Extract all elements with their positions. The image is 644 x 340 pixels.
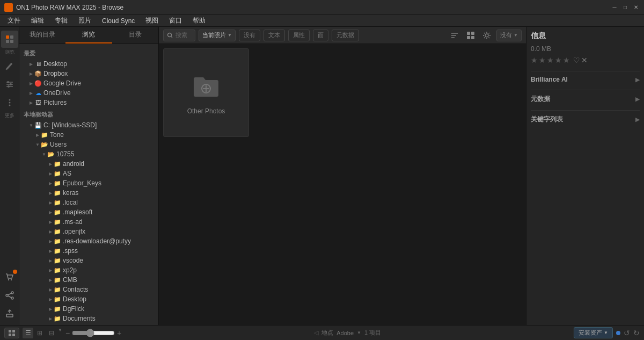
tree-item-msad[interactable]: .ms-ad bbox=[19, 217, 158, 227]
star-2[interactable]: ★ bbox=[539, 56, 546, 64]
drive-icon: 💾 bbox=[34, 121, 42, 129]
menu-item-窗口[interactable]: 窗口 bbox=[165, 15, 186, 26]
tool-edit-button[interactable] bbox=[1, 57, 18, 75]
tree-item-xp2p[interactable]: xp2p bbox=[19, 265, 158, 275]
redo-button[interactable]: ↻ bbox=[633, 329, 640, 337]
menu-item-文件[interactable]: 文件 bbox=[3, 15, 25, 26]
install-assets-label: 安装资产 bbox=[579, 329, 602, 337]
tree-item-pictures[interactable]: 🖼 Pictures bbox=[19, 98, 158, 107]
install-assets-button[interactable]: 安装资产 ▼ bbox=[574, 327, 613, 338]
menu-item-专辑[interactable]: 专辑 bbox=[50, 15, 72, 26]
tree-arrow-spss bbox=[47, 248, 54, 254]
tool-adjust-button[interactable] bbox=[1, 76, 18, 93]
folder-vscode-icon bbox=[54, 257, 61, 264]
tab-catalog[interactable]: 目录 bbox=[112, 27, 158, 44]
menu-item-视图[interactable]: 视图 bbox=[141, 15, 163, 26]
svg-point-7 bbox=[10, 83, 12, 85]
menu-item-照片[interactable]: 照片 bbox=[74, 15, 96, 26]
tree-item-desktop[interactable]: 🖥 Desktop bbox=[19, 59, 158, 69]
minimize-button[interactable]: ─ bbox=[611, 4, 618, 11]
filter-tag-text[interactable]: 文本 bbox=[264, 30, 285, 41]
list-view-icon[interactable]: ☰ bbox=[23, 328, 33, 338]
tree-item-vscode[interactable]: vscode bbox=[19, 256, 158, 265]
grid-view-icon[interactable]: ⊟ bbox=[46, 328, 57, 338]
star-3[interactable]: ★ bbox=[547, 56, 554, 64]
svg-rect-20 bbox=[6, 314, 13, 317]
tree-item-onedrive[interactable]: ☁ OneDrive bbox=[19, 88, 158, 98]
svg-point-14 bbox=[10, 279, 11, 280]
filter-tag-none[interactable]: 没有 bbox=[239, 30, 260, 41]
keywords-header[interactable]: 关键字列表 ▶ bbox=[531, 115, 640, 124]
item-count: 1 项目 bbox=[364, 329, 381, 337]
info-section-brilliance: Brilliance AI ▶ bbox=[531, 71, 640, 85]
close-button[interactable]: ✕ bbox=[632, 4, 640, 11]
search-icon bbox=[167, 32, 173, 39]
search-box[interactable]: 搜索 bbox=[163, 30, 195, 41]
main-layout: 浏览 更多 bbox=[0, 27, 644, 325]
tree-item-spss[interactable]: .spss bbox=[19, 246, 158, 256]
tool-share-button[interactable] bbox=[1, 287, 18, 304]
filter-tag-attr[interactable]: 属性 bbox=[288, 30, 310, 41]
tree-item-cmb[interactable]: CMB bbox=[19, 275, 158, 285]
folder-dgflick-icon bbox=[54, 305, 61, 313]
tool-more-button[interactable] bbox=[1, 94, 18, 111]
tree-item-documents[interactable]: Documents bbox=[19, 314, 158, 323]
filter-tag-meta[interactable]: 元数据 bbox=[332, 30, 359, 41]
tab-browse[interactable]: 浏览 bbox=[65, 27, 112, 44]
zoom-slider[interactable] bbox=[72, 329, 115, 337]
svg-point-10 bbox=[9, 99, 10, 101]
filter-tag-face[interactable]: 面 bbox=[313, 30, 328, 41]
tool-export-button[interactable] bbox=[1, 305, 18, 322]
tree-item-maplesoft[interactable]: .maplesoft bbox=[19, 207, 158, 217]
tree-item-c[interactable]: 💾 C: [Windows-SSD] bbox=[19, 120, 158, 130]
filter-dropdown[interactable]: 当前照片 ▼ bbox=[199, 30, 236, 41]
grid-view-icon-button[interactable] bbox=[464, 29, 477, 42]
tool-cart-button[interactable] bbox=[1, 269, 18, 286]
star-1[interactable]: ★ bbox=[531, 56, 538, 64]
tree-item-as[interactable]: AS bbox=[19, 169, 158, 178]
undo-button[interactable]: ↺ bbox=[624, 329, 630, 337]
tree-item-dgflick[interactable]: DgFlick bbox=[19, 304, 158, 314]
zoom-plus-button[interactable]: + bbox=[117, 329, 121, 337]
tree-item-googledrive[interactable]: 🔴 Google Drive bbox=[19, 78, 158, 88]
tree-item-users[interactable]: Users bbox=[19, 140, 158, 149]
tree-item-10755[interactable]: 10755 bbox=[19, 149, 158, 159]
flag-icon[interactable]: ✕ bbox=[581, 56, 588, 64]
tree-item-android[interactable]: android bbox=[19, 159, 158, 169]
tree-item-openjfx[interactable]: .openjfx bbox=[19, 227, 158, 236]
brilliance-chevron-icon: ▶ bbox=[635, 77, 640, 83]
menu-item-帮助[interactable]: 帮助 bbox=[188, 15, 210, 26]
tree-arrow-dgflick bbox=[47, 306, 54, 312]
menu-item-编辑[interactable]: 编辑 bbox=[27, 15, 48, 26]
view-sort-dropdown[interactable]: 没有 ▼ bbox=[496, 30, 522, 41]
tree-item-desktop2[interactable]: Desktop bbox=[19, 294, 158, 304]
view-icons: ☰ ⊞ ⊟ ▼ bbox=[23, 328, 62, 338]
sun-icon-button[interactable] bbox=[480, 29, 493, 42]
tree-item-resdownloader[interactable]: .res-downloader@putyy bbox=[19, 236, 158, 246]
menu-item-Cloud Sync[interactable]: Cloud Sync bbox=[98, 16, 139, 26]
tree-item-epuborkeys[interactable]: Epubor_Keys bbox=[19, 178, 158, 188]
search-label: 搜索 bbox=[175, 31, 187, 39]
other-photos-label: Other Photos bbox=[187, 107, 225, 115]
tree-item-tone[interactable]: Tone bbox=[19, 130, 158, 140]
zoom-minus-button[interactable]: − bbox=[65, 329, 70, 337]
tree-arrow-pictures bbox=[28, 99, 34, 106]
heart-icon[interactable]: ♡ bbox=[573, 56, 580, 64]
grid-small-view-icon[interactable]: ⊞ bbox=[34, 328, 45, 338]
grid-toggle-button[interactable] bbox=[4, 328, 19, 338]
tree-item-keras[interactable]: keras bbox=[19, 188, 158, 198]
star-4[interactable]: ★ bbox=[555, 56, 562, 64]
tree-item-contacts[interactable]: Contacts bbox=[19, 285, 158, 294]
maximize-button[interactable]: □ bbox=[621, 4, 629, 11]
folder-local-icon bbox=[54, 199, 61, 206]
metadata-header[interactable]: 元数据 ▶ bbox=[531, 95, 640, 104]
svg-line-18 bbox=[8, 293, 11, 295]
tab-my-folder[interactable]: 我的目录 bbox=[19, 27, 65, 44]
sort-icon-button[interactable] bbox=[448, 29, 461, 42]
tree-item-dropbox[interactable]: 📦 Dropbox bbox=[19, 69, 158, 78]
star-5[interactable]: ★ bbox=[563, 56, 570, 64]
brilliance-ai-header[interactable]: Brilliance AI ▶ bbox=[531, 76, 640, 83]
tool-browse-button[interactable] bbox=[1, 31, 18, 48]
tree-item-local[interactable]: .local bbox=[19, 198, 158, 207]
photo-cell-other-photos[interactable]: Other Photos bbox=[163, 48, 249, 137]
